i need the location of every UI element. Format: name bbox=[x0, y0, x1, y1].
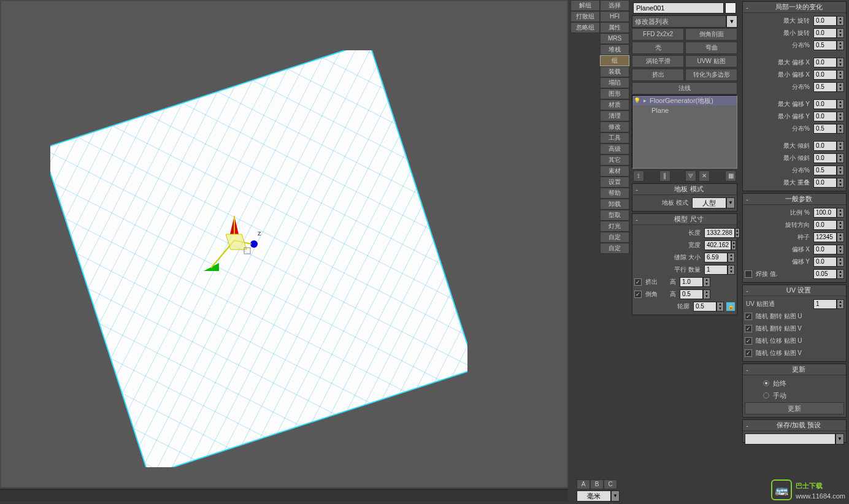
make-unique-icon[interactable]: ⩔ bbox=[685, 170, 696, 181]
plane-object[interactable]: z bbox=[50, 50, 467, 467]
palette-button[interactable]: 素材 bbox=[600, 166, 629, 177]
spin-up-icon[interactable]: ▲ bbox=[736, 229, 739, 233]
palette-button[interactable]: 高级 bbox=[600, 143, 629, 155]
modifier-quick-button[interactable]: FFD 2x2x2 bbox=[632, 28, 684, 40]
spin-down-icon[interactable]: ▼ bbox=[837, 116, 843, 121]
palette-button[interactable]: 灯光 bbox=[600, 221, 629, 232]
spin-up-icon[interactable]: ▲ bbox=[704, 290, 710, 294]
spin-down-icon[interactable]: ▼ bbox=[837, 146, 843, 150]
spin-up-icon[interactable]: ▲ bbox=[837, 124, 843, 129]
spin-down-icon[interactable]: ▼ bbox=[837, 104, 843, 109]
modifier-stack[interactable]: 💡▸FloorGenerator(地板)Plane bbox=[632, 95, 737, 169]
chamfer-checkbox[interactable] bbox=[634, 291, 642, 298]
palette-button[interactable]: 设置 bbox=[600, 177, 629, 188]
palette-button[interactable]: 打散组 bbox=[570, 11, 600, 22]
spin-up-icon[interactable]: ▲ bbox=[837, 71, 843, 75]
spinner[interactable]: 0.0▲▼ bbox=[813, 112, 844, 121]
palette-button[interactable]: 塌陷 bbox=[600, 77, 629, 88]
modifier-quick-button[interactable]: 转化为多边形 bbox=[685, 69, 737, 81]
spin-down-icon[interactable]: ▼ bbox=[728, 258, 734, 262]
spin-down-icon[interactable]: ▼ bbox=[837, 33, 843, 37]
lightbulb-icon[interactable]: 💡 bbox=[634, 97, 640, 104]
palette-button[interactable]: 属性 bbox=[600, 22, 629, 33]
chevron-down-icon[interactable]: ▼ bbox=[726, 15, 737, 28]
spin-up-icon[interactable]: ▲ bbox=[837, 233, 843, 237]
spin-down-icon[interactable]: ▼ bbox=[837, 75, 843, 79]
spinner[interactable]: 0.5▲▼ bbox=[813, 166, 844, 175]
spin-down-icon[interactable]: ▼ bbox=[728, 270, 734, 274]
spin-down-icon[interactable]: ▼ bbox=[736, 233, 739, 237]
show-end-icon[interactable]: ∥ bbox=[659, 170, 670, 181]
spin-down-icon[interactable]: ▼ bbox=[704, 282, 710, 286]
spinner[interactable]: 1.0▲▼ bbox=[680, 277, 710, 287]
rollout-header[interactable]: -模型 尺寸 bbox=[632, 214, 737, 225]
palette-button[interactable]: 帮助 bbox=[600, 188, 629, 199]
spinner[interactable]: 6.59▲▼ bbox=[704, 253, 735, 262]
rollout-header[interactable]: -一般参数 bbox=[743, 194, 846, 205]
palette-button[interactable]: 解组 bbox=[570, 0, 600, 11]
palette-button[interactable]: 其它 bbox=[600, 155, 629, 166]
spinner[interactable]: 0.05▲▼ bbox=[813, 269, 844, 279]
spin-up-icon[interactable]: ▲ bbox=[732, 241, 736, 245]
modifier-list-dropdown[interactable]: 修改器列表 ▼ bbox=[632, 15, 737, 28]
remove-modifier-icon[interactable]: ✕ bbox=[699, 170, 710, 181]
spinner[interactable]: 0.0▲▼ bbox=[813, 141, 844, 151]
spin-down-icon[interactable]: ▼ bbox=[837, 262, 843, 266]
spin-up-icon[interactable]: ▲ bbox=[837, 166, 843, 170]
palette-button[interactable]: 材质 bbox=[600, 99, 629, 110]
spin-down-icon[interactable]: ▼ bbox=[837, 129, 843, 133]
spin-up-icon[interactable]: ▲ bbox=[837, 221, 843, 225]
modstack-item[interactable]: Plane bbox=[632, 105, 737, 115]
spinner[interactable]: 0.0▲▼ bbox=[813, 245, 844, 254]
spin-up-icon[interactable]: ▲ bbox=[728, 253, 734, 258]
configure-icon[interactable]: ▦ bbox=[725, 170, 736, 181]
spin-up-icon[interactable]: ▲ bbox=[837, 208, 843, 213]
spin-down-icon[interactable]: ▼ bbox=[837, 274, 843, 278]
update-button[interactable]: 更新 bbox=[745, 402, 844, 414]
spinner[interactable]: 0.5▲▼ bbox=[813, 124, 844, 134]
spinner[interactable]: 0.0▲▼ bbox=[813, 178, 844, 188]
rollout-header[interactable]: -局部一块的变化 bbox=[743, 2, 846, 13]
spinner[interactable]: 0.5▲▼ bbox=[813, 40, 844, 50]
spin-down-icon[interactable]: ▼ bbox=[837, 183, 843, 187]
spin-down-icon[interactable]: ▼ bbox=[837, 225, 843, 229]
spinner[interactable]: 100.0▲▼ bbox=[813, 208, 844, 218]
palette-button[interactable]: 装载 bbox=[600, 66, 629, 77]
spin-up-icon[interactable]: ▲ bbox=[837, 112, 843, 116]
spin-up-icon[interactable]: ▲ bbox=[837, 41, 843, 45]
spinner[interactable]: 0.0▲▼ bbox=[813, 220, 844, 230]
spin-down-icon[interactable]: ▼ bbox=[717, 307, 723, 311]
modifier-quick-button[interactable]: 法线 bbox=[632, 82, 737, 94]
spin-up-icon[interactable]: ▲ bbox=[717, 302, 723, 307]
spin-down-icon[interactable]: ▼ bbox=[732, 245, 736, 250]
palette-button[interactable]: 清理 bbox=[600, 110, 629, 121]
spin-up-icon[interactable]: ▲ bbox=[837, 270, 843, 274]
spinner[interactable]: 0.0▲▼ bbox=[813, 257, 844, 267]
spin-up-icon[interactable]: ▲ bbox=[837, 154, 843, 158]
uv-c4-checkbox[interactable] bbox=[745, 349, 752, 357]
spinner[interactable]: 0.5▲▼ bbox=[813, 82, 844, 92]
spin-up-icon[interactable]: ▲ bbox=[837, 58, 843, 63]
modifier-quick-button[interactable]: UVW 贴图 bbox=[685, 55, 737, 67]
modifier-quick-button[interactable]: 倒角剖面 bbox=[685, 28, 737, 40]
viewport-canvas[interactable]: z bbox=[1, 1, 567, 487]
abc-tab[interactable]: A bbox=[577, 479, 590, 489]
spinner[interactable]: 0.0▲▼ bbox=[813, 99, 844, 109]
palette-button[interactable]: 修改 bbox=[600, 121, 629, 132]
uv-c1-checkbox[interactable] bbox=[745, 313, 752, 320]
palette-button[interactable]: 组 bbox=[600, 55, 629, 66]
uv-c3-checkbox[interactable] bbox=[745, 337, 752, 345]
palette-button[interactable]: 忽略组 bbox=[570, 22, 600, 33]
spin-down-icon[interactable]: ▼ bbox=[837, 45, 843, 50]
rollout-header[interactable]: -更新 bbox=[743, 364, 846, 375]
spinner[interactable]: 1▲▼ bbox=[704, 265, 735, 275]
spin-down-icon[interactable]: ▼ bbox=[837, 87, 843, 91]
spin-up-icon[interactable]: ▲ bbox=[837, 29, 843, 33]
spinner[interactable]: 0.0▲▼ bbox=[813, 58, 844, 67]
object-name-input[interactable] bbox=[633, 2, 724, 13]
spinner[interactable]: 1332.288▲▼ bbox=[704, 228, 735, 238]
modifier-quick-button[interactable]: 涡轮平滑 bbox=[632, 55, 684, 67]
spin-up-icon[interactable]: ▲ bbox=[837, 178, 843, 183]
update-manual-radio[interactable] bbox=[763, 392, 769, 399]
palette-button[interactable]: MRS bbox=[600, 33, 629, 44]
